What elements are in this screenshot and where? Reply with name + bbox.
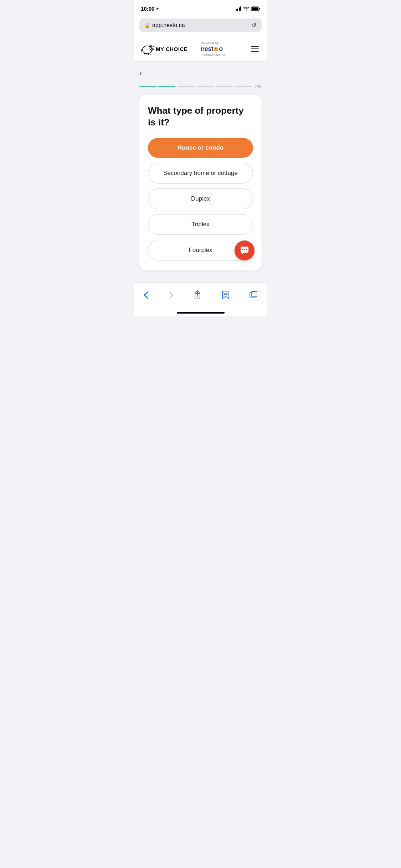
progress-segment-3	[178, 86, 194, 87]
svg-rect-26	[252, 291, 257, 297]
browser-back-icon	[144, 291, 149, 299]
time-display: 10:00	[141, 6, 154, 12]
page-area: ‹ 2/6 What type of property is it? House…	[134, 62, 267, 283]
signal-bar-1	[236, 9, 237, 11]
svg-line-13	[148, 54, 148, 55]
home-bar	[177, 312, 225, 314]
logo-area: MY CHOICE Powered by nest o mortgage age…	[141, 41, 226, 56]
mychoice-logo: MY CHOICE	[141, 42, 187, 55]
svg-point-0	[246, 10, 247, 10]
svg-point-17	[215, 48, 216, 50]
svg-point-16	[214, 47, 218, 51]
bookmark-icon	[222, 290, 230, 300]
address-bar-container: 🔒 app.nesto.ca ↺	[134, 16, 267, 36]
signal-bar-4	[240, 6, 241, 11]
progress-segment-1	[139, 86, 156, 87]
progress-label: 2/6	[255, 84, 262, 89]
back-chevron-icon: ‹	[139, 69, 142, 78]
browser-forward-button[interactable]	[164, 289, 178, 301]
progress-segment-5	[216, 86, 232, 87]
nesto-dot-icon	[214, 47, 218, 51]
back-button[interactable]: ‹	[139, 69, 142, 78]
option-button-3[interactable]: Triplex	[148, 214, 253, 235]
question-card: What type of property is it? House or co…	[139, 95, 262, 270]
svg-line-11	[144, 53, 145, 55]
hamburger-menu-button[interactable]	[250, 45, 260, 53]
app-header: MY CHOICE Powered by nest o mortgage age…	[134, 36, 267, 62]
signal-bar-3	[239, 7, 240, 11]
address-bar[interactable]: 🔒 app.nesto.ca ↺	[139, 19, 262, 32]
reload-button[interactable]: ↺	[251, 21, 257, 29]
question-title: What type of property is it?	[148, 105, 253, 128]
signal-bar-2	[237, 9, 238, 11]
status-time: 10:00 ➤	[141, 6, 159, 12]
svg-rect-2	[259, 8, 260, 9]
progress-segment-2	[158, 86, 175, 87]
progress-area: 2/6	[139, 84, 262, 89]
nesto-area: Powered by nest o mortgage agency	[201, 41, 226, 56]
svg-line-12	[146, 54, 146, 55]
svg-point-20	[244, 249, 245, 250]
home-indicator	[134, 312, 267, 316]
powered-by-text: Powered by	[201, 41, 219, 45]
browser-tabs-button[interactable]	[245, 289, 262, 301]
nesto-name: nest	[201, 45, 213, 53]
nesto-logo: nest o	[201, 45, 223, 53]
status-bar: 10:00 ➤	[134, 0, 267, 16]
svg-point-21	[246, 249, 247, 250]
piggy-icon	[141, 42, 154, 55]
progress-segment-4	[196, 86, 213, 87]
chat-icon	[240, 246, 249, 255]
tabs-icon	[250, 291, 257, 299]
option-button-1[interactable]: Secondary home or cottage	[148, 163, 253, 184]
option-button-0[interactable]: House or condo	[148, 138, 253, 158]
hamburger-line-1	[251, 46, 259, 47]
location-icon: ➤	[156, 6, 159, 11]
mychoice-text: MY CHOICE	[156, 46, 187, 52]
url-text: app.nesto.ca	[152, 22, 185, 29]
signal-strength	[236, 6, 242, 11]
hamburger-line-3	[251, 51, 259, 52]
svg-line-14	[150, 53, 150, 55]
option-button-2[interactable]: Duplex	[148, 188, 253, 209]
battery-icon	[251, 6, 260, 11]
progress-segment-6	[235, 86, 251, 87]
chat-fab-button[interactable]	[235, 241, 255, 260]
hamburger-line-2	[251, 48, 259, 49]
options-container: House or condoSecondary home or cottageD…	[148, 138, 253, 260]
browser-forward-icon	[169, 291, 174, 299]
browser-bottom-bar	[134, 283, 267, 312]
status-icons	[236, 6, 261, 11]
browser-bookmark-button[interactable]	[217, 288, 234, 302]
svg-point-7	[153, 49, 153, 49]
share-icon	[194, 290, 201, 300]
nesto-suffix: o	[219, 45, 223, 53]
lock-icon: 🔒	[144, 23, 150, 28]
svg-rect-3	[252, 7, 258, 10]
svg-point-19	[242, 249, 243, 250]
browser-share-button[interactable]	[189, 288, 206, 302]
address-content: 🔒 app.nesto.ca	[144, 22, 185, 29]
logo-divider	[194, 44, 194, 54]
svg-point-8	[153, 49, 154, 49]
wifi-icon	[243, 6, 249, 11]
browser-back-button[interactable]	[139, 289, 153, 301]
mortgage-agency-text: mortgage agency	[201, 53, 226, 56]
svg-point-10	[151, 47, 152, 47]
